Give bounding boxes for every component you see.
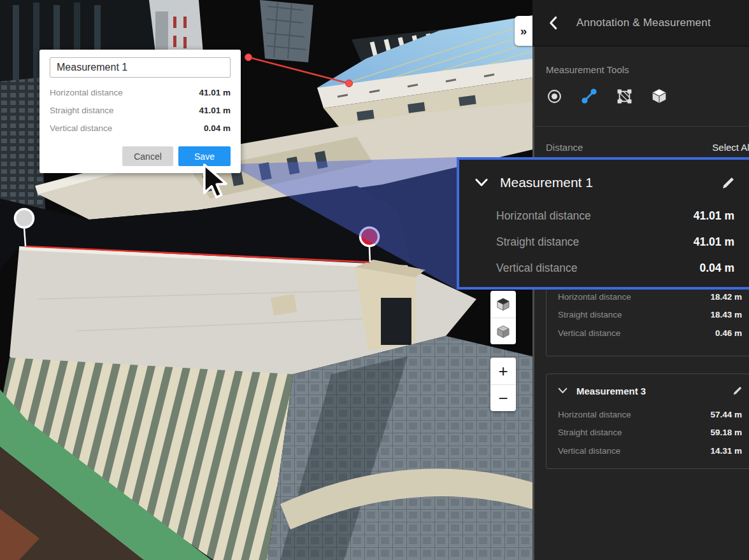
cube-top-shaded-icon [496, 297, 511, 312]
collapse-panel-button[interactable]: » [515, 16, 532, 46]
area-tool-icon [617, 88, 632, 104]
measurement-3-title: Measurement 3 [576, 386, 733, 396]
cube-solid-icon [496, 324, 511, 339]
measurement-3-row-vertical: Vertical distance 14.31 m [558, 442, 742, 460]
distance-tool-icon [581, 88, 597, 104]
plus-icon: + [498, 363, 508, 379]
shaded-cube-view-button[interactable] [490, 291, 516, 318]
measurement-save-popup: Horizontal distance 41.01 m Straight dis… [39, 50, 241, 173]
chevron-down-icon[interactable] [474, 178, 489, 188]
panel-header: Annotation & Measurement [532, 0, 749, 46]
mouse-cursor [201, 163, 229, 201]
measurement-1-title: Measurement 1 [500, 175, 722, 190]
measurement-2-row-vertical: Vertical distance 0.46 m [558, 324, 742, 342]
panel-scrollbar[interactable] [532, 46, 534, 560]
measurement-3-card[interactable]: Measurement 3 Horizontal distance 57.44 … [546, 374, 749, 469]
measurement-1-row-horizontal: Horizontal distance 41.01 m [496, 203, 734, 229]
measurement-1-highlighted-card[interactable]: Measurement 1 Horizontal distance 41.01 … [457, 157, 749, 290]
chevron-down-icon[interactable] [558, 387, 567, 395]
distance-measure-tool-button[interactable] [581, 88, 597, 104]
zoom-in-button[interactable]: + [490, 358, 516, 384]
measurement-tools-label: Measurement Tools [546, 64, 629, 75]
solid-cube-view-button[interactable] [490, 318, 516, 344]
distance-section-label: Distance [546, 142, 583, 153]
app-window: » + [0, 0, 749, 560]
double-chevron-right-icon: » [520, 24, 527, 38]
chevron-left-icon [548, 16, 559, 30]
point-tool-icon [546, 88, 562, 104]
volume-measure-tool-button[interactable] [651, 88, 667, 104]
popup-row-vertical: Vertical distance 0.04 m [50, 119, 231, 137]
point-measure-tool-button[interactable] [546, 88, 562, 104]
edit-pencil-icon[interactable] [722, 177, 734, 189]
edit-pencil-icon[interactable] [733, 386, 742, 395]
measurement-2-endpoint-b[interactable] [346, 80, 353, 87]
measurement-name-input[interactable] [50, 57, 231, 78]
minus-icon: − [498, 390, 508, 407]
volume-tool-icon [651, 88, 667, 104]
measurement-2-row-straight: Straight distance 18.43 m [558, 306, 742, 325]
map-3d-view[interactable]: » + [0, 0, 532, 560]
measurement-2-endpoint-a[interactable] [245, 54, 252, 61]
popup-row-horizontal: Horizontal distance 41.01 m [50, 83, 231, 101]
select-all-link[interactable]: Select All [712, 142, 749, 153]
zoom-out-button[interactable]: − [490, 384, 516, 411]
area-measure-tool-button[interactable] [616, 88, 632, 104]
panel-title: Annotation & Measurement [576, 17, 711, 29]
measurement-3-row-horizontal: Horizontal distance 57.44 m [558, 405, 742, 424]
view-mode-controls [490, 291, 516, 344]
measurement-1-row-straight: Straight distance 41.01 m [496, 229, 734, 255]
zoom-controls: + − [490, 358, 516, 411]
divider [532, 126, 749, 127]
measurement-tools-row [546, 88, 667, 104]
popup-measurement-rows: Horizontal distance 41.01 m Straight dis… [50, 83, 231, 137]
measurement-3-row-straight: Straight distance 59.18 m [558, 424, 742, 442]
measurement-2-row-horizontal: Horizontal distance 18.42 m [558, 288, 742, 306]
cancel-button[interactable]: Cancel [122, 146, 173, 166]
popup-row-straight: Straight distance 41.01 m [50, 101, 231, 119]
back-button[interactable] [548, 16, 559, 30]
measurement-1-row-vertical: Vertical distance 0.04 m [496, 255, 734, 281]
